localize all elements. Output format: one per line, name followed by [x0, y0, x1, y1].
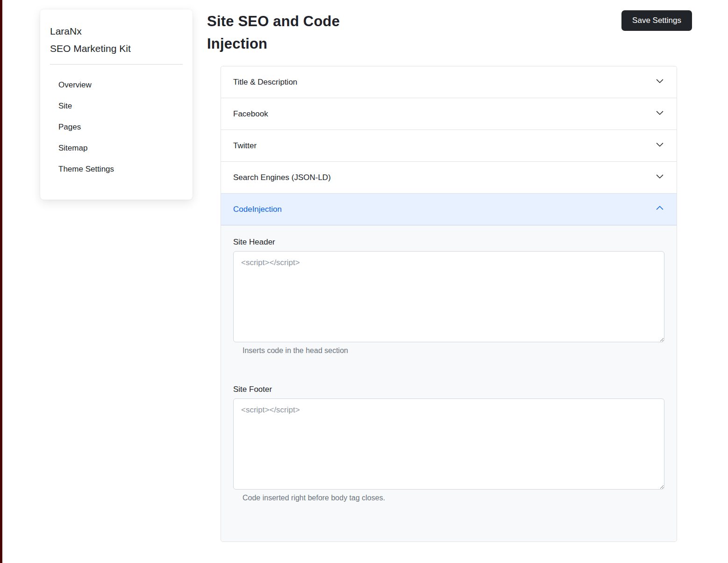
- site-footer-textarea[interactable]: [233, 398, 664, 490]
- app-title: LaraNx SEO Marketing Kit: [50, 22, 183, 57]
- code-injection-panel: Site Header Inserts code in the head sec…: [221, 225, 677, 541]
- main-content: Site SEO and Code Injection Save Setting…: [207, 0, 692, 542]
- chevron-down-icon: [655, 140, 664, 152]
- sidebar-divider: [50, 64, 183, 65]
- accordion-header-twitter[interactable]: Twitter: [221, 130, 677, 161]
- accordion-item-twitter: Twitter: [221, 130, 677, 161]
- sidebar-item-pages[interactable]: Pages: [50, 117, 183, 138]
- sidebar-item-site[interactable]: Site: [50, 96, 183, 117]
- site-footer-field-group: Site Footer Code inserted right before b…: [233, 385, 664, 502]
- site-footer-label: Site Footer: [233, 385, 664, 394]
- accordion-item-search-engines: Search Engines (JSON-LD): [221, 161, 677, 193]
- sidebar-item-overview[interactable]: Overview: [50, 75, 183, 96]
- site-header-textarea[interactable]: [233, 251, 664, 342]
- accordion-item-title-description: Title & Description: [221, 66, 677, 98]
- accordion-item-code-injection: CodeInjection Site Header Inserts code i…: [221, 193, 677, 541]
- chevron-down-icon: [655, 108, 664, 120]
- chevron-up-icon: [655, 203, 664, 215]
- page-title: Site SEO and Code Injection: [207, 10, 385, 55]
- seo-accordion: Title & Description Facebook Twitter: [221, 66, 677, 542]
- sidebar: LaraNx SEO Marketing Kit Overview Site P…: [40, 9, 193, 200]
- accordion-header-facebook[interactable]: Facebook: [221, 98, 677, 130]
- accordion-label: CodeInjection: [233, 205, 282, 214]
- sidebar-item-sitemap[interactable]: Sitemap: [50, 138, 183, 159]
- accordion-item-facebook: Facebook: [221, 98, 677, 130]
- site-header-label: Site Header: [233, 238, 664, 247]
- accordion-header-search-engines[interactable]: Search Engines (JSON-LD): [221, 162, 677, 193]
- chevron-down-icon: [655, 172, 664, 183]
- site-header-field-group: Site Header Inserts code in the head sec…: [233, 238, 664, 355]
- save-settings-button[interactable]: Save Settings: [621, 10, 692, 31]
- accordion-header-code-injection[interactable]: CodeInjection: [221, 194, 677, 225]
- left-edge-strip: [0, 0, 2, 563]
- site-footer-help-text: Code inserted right before body tag clos…: [243, 494, 664, 502]
- site-header-help-text: Inserts code in the head section: [243, 346, 664, 355]
- chevron-down-icon: [655, 76, 664, 88]
- sidebar-nav: Overview Site Pages Sitemap Theme Settin…: [50, 75, 183, 180]
- accordion-label: Facebook: [233, 109, 268, 119]
- page-header: Site SEO and Code Injection Save Setting…: [207, 0, 692, 55]
- accordion-label: Twitter: [233, 141, 257, 151]
- accordion-label: Search Engines (JSON-LD): [233, 173, 331, 182]
- sidebar-item-theme-settings[interactable]: Theme Settings: [50, 159, 183, 180]
- accordion-label: Title & Description: [233, 78, 297, 87]
- app-title-line1: LaraNx: [50, 22, 183, 40]
- accordion-header-title-description[interactable]: Title & Description: [221, 66, 677, 98]
- app-title-line2: SEO Marketing Kit: [50, 40, 183, 57]
